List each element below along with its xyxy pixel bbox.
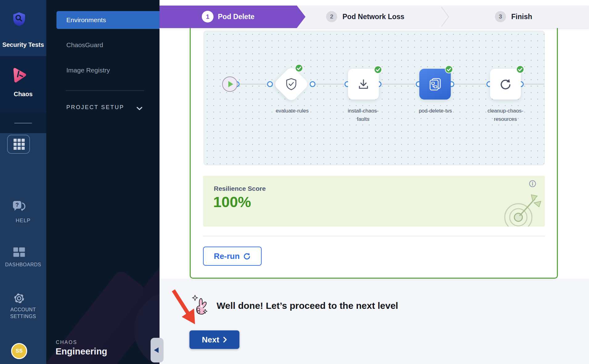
success-badge — [374, 66, 382, 74]
wizard-stepper: 1 Pod Delete 2 Pod Network Loss 3 Finish — [160, 6, 589, 28]
grid-icon — [14, 139, 25, 150]
step-label: Pod Network Loss — [342, 13, 404, 21]
user-avatar[interactable]: SS — [11, 343, 27, 359]
module-name-label: Engineering — [56, 346, 107, 357]
node-cleanup-chaos-resources[interactable] — [490, 69, 521, 100]
sidebar-section-project-setup[interactable]: PROJECT SETUP — [66, 104, 124, 111]
gear-icon[interactable] — [12, 292, 26, 305]
rerun-button-label: Re-run — [214, 252, 240, 261]
bottom-strip-background — [160, 279, 589, 364]
account-settings-label-line1[interactable]: ACCOUNT — [0, 307, 46, 313]
stepper-divider-chevron — [441, 6, 450, 27]
rerun-button[interactable]: Re-run — [203, 247, 262, 266]
chaos-logo-icon — [11, 67, 27, 83]
next-button[interactable]: Next — [189, 330, 239, 349]
success-badge — [295, 64, 303, 72]
module-rail: Security Tests Chaos ? HE — [0, 0, 46, 364]
chevron-right-icon — [223, 337, 227, 343]
success-badge — [445, 65, 453, 73]
resilience-score-value: 100% — [213, 194, 251, 211]
well-done-message: Well done! Let’s proceed to the next lev… — [217, 301, 398, 311]
sidebar-item-environments[interactable]: Environments — [56, 11, 160, 29]
play-icon — [228, 81, 233, 87]
chevron-down-icon[interactable] — [136, 107, 143, 110]
rail-divider — [14, 123, 32, 124]
rerun-refresh-icon — [243, 252, 251, 260]
module-chaos[interactable]: Chaos — [0, 56, 46, 112]
node-label: evaluate-rules — [272, 107, 312, 115]
target-dart-illustration — [502, 193, 543, 227]
pipeline-start-node[interactable] — [222, 76, 238, 92]
resilience-score-title: Resilience Score — [214, 185, 266, 192]
red-pointer-arrow — [169, 288, 203, 329]
project-sidebar: Environments ChaosGuard Image Registry P… — [46, 0, 160, 364]
sidebar-item-label: Environments — [66, 16, 106, 24]
resilience-score-panel: Resilience Score 100% — [203, 176, 545, 227]
sidebar-collapse-handle[interactable] — [151, 338, 164, 362]
svg-text:?: ? — [15, 202, 19, 208]
top-white-strip — [160, 0, 589, 6]
help-chat-icon[interactable]: ? — [12, 200, 27, 214]
module-label: Security Tests — [0, 41, 46, 48]
sidebar-item-chaosguard[interactable]: ChaosGuard — [66, 41, 103, 49]
help-label[interactable]: HELP — [0, 218, 46, 224]
page: 1 Pod Delete 2 Pod Network Loss 3 Finish — [0, 0, 589, 364]
module-label: Chaos — [0, 91, 46, 98]
tab-pod-delete[interactable]: 1 Pod Delete — [202, 11, 255, 22]
account-settings-label-line2[interactable]: SETTINGS — [0, 314, 46, 319]
step-number-badge: 3 — [495, 11, 506, 22]
info-icon[interactable] — [529, 180, 536, 187]
tab-finish[interactable]: 3 Finish — [495, 11, 532, 22]
node-label: install-chaos-faults — [343, 107, 383, 123]
chevron-left-icon — [154, 347, 159, 353]
node-pod-delete-tvs[interactable] — [419, 69, 451, 100]
refresh-icon — [499, 77, 512, 91]
node-label: cleanup-chaos-resources — [485, 107, 525, 123]
step-number-badge: 1 — [202, 11, 214, 22]
next-button-label: Next — [202, 335, 219, 345]
card-divider — [203, 236, 545, 236]
pipeline-canvas: evaluate-rules install-chaos-faults pod-… — [204, 31, 545, 165]
dashboards-label[interactable]: DASHBOARDS — [0, 262, 46, 268]
sidebar-item-image-registry[interactable]: Image Registry — [66, 67, 110, 74]
module-category-label: CHAOS — [56, 340, 77, 345]
step-label: Finish — [511, 13, 532, 21]
step-label: Pod Delete — [218, 13, 255, 21]
experiment-docs-icon — [428, 77, 442, 91]
success-badge — [516, 65, 524, 73]
avatar-initials: SS — [16, 348, 23, 354]
sidebar-divider — [66, 90, 144, 91]
node-label: pod-delete-tvs — [415, 107, 455, 115]
download-icon — [357, 77, 370, 91]
experiment-result-card: evaluate-rules install-chaos-faults pod-… — [190, 28, 558, 279]
dashboards-icon[interactable] — [13, 247, 26, 258]
tab-pod-network-loss[interactable]: 2 Pod Network Loss — [326, 11, 404, 22]
shield-check-icon — [285, 78, 297, 91]
module-security-tests[interactable]: Security Tests — [0, 0, 46, 56]
shield-search-icon — [12, 12, 26, 27]
step-number-badge: 2 — [326, 11, 337, 22]
